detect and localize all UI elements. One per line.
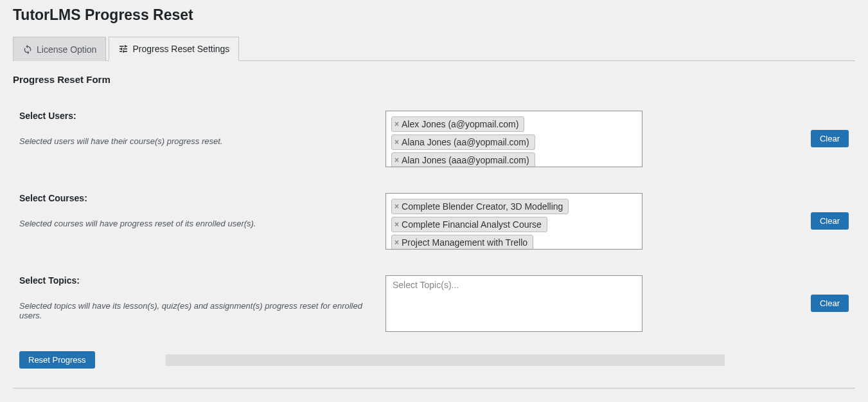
remove-tag-icon[interactable]: ×	[394, 156, 399, 165]
form-row-users: Select Users: Selected users will have t…	[13, 98, 855, 180]
topics-placeholder: Select Topic(s)...	[390, 279, 461, 291]
form-row-courses: Select Courses: Selected courses will ha…	[13, 180, 855, 262]
tag-label: Project Management with Trello	[402, 237, 527, 248]
tab-progress-reset-settings[interactable]: Progress Reset Settings	[109, 37, 239, 61]
remove-tag-icon[interactable]: ×	[394, 202, 399, 211]
page-title: TutorLMS Progress Reset	[13, 6, 855, 24]
remove-tag-icon[interactable]: ×	[394, 220, 399, 229]
topics-multiselect[interactable]: Select Topic(s)...	[385, 275, 642, 332]
form-row-topics: Select Topics: Selected topics will have…	[13, 262, 855, 345]
topics-label: Select Topics:	[19, 275, 373, 286]
reset-progress-button[interactable]: Reset Progress	[19, 351, 95, 369]
remove-tag-icon[interactable]: ×	[394, 138, 399, 147]
settings-icon	[118, 44, 128, 54]
users-desc: Selected users will have their course(s)…	[19, 136, 222, 146]
tag-label: Alan Jones (aaa@yopmail.com)	[402, 155, 529, 165]
user-tag: × Alan Jones (aaa@yopmail.com)	[391, 152, 535, 167]
clear-courses-button[interactable]: Clear	[811, 212, 849, 230]
topics-desc: Selected topics will have its lesson(s),…	[19, 301, 362, 320]
tab-label: License Option	[37, 44, 96, 55]
section-title: Progress Reset Form	[13, 74, 855, 85]
divider	[13, 388, 855, 388]
tag-label: Complete Blender Creator, 3D Modelling	[402, 201, 563, 212]
courses-label: Select Courses:	[19, 193, 373, 203]
course-tag: × Complete Financial Analyst Course	[391, 217, 547, 232]
tag-label: Alex Jones (a@yopmail.com)	[402, 119, 518, 129]
clear-topics-button[interactable]: Clear	[811, 295, 849, 312]
sync-icon	[22, 44, 33, 55]
remove-tag-icon[interactable]: ×	[394, 238, 399, 247]
user-tag: × Alana Jones (aa@yopmail.com)	[391, 134, 535, 150]
tab-license-option[interactable]: License Option	[13, 37, 106, 61]
course-tag: × Complete Blender Creator, 3D Modelling	[391, 199, 569, 214]
user-tag: × Alex Jones (a@yopmail.com)	[391, 116, 524, 132]
nav-tabs: License Option Progress Reset Settings	[13, 37, 855, 61]
tab-label: Progress Reset Settings	[132, 44, 229, 54]
users-multiselect[interactable]: × Alex Jones (a@yopmail.com) × Alana Jon…	[385, 111, 642, 167]
tag-label: Complete Financial Analyst Course	[402, 219, 542, 230]
remove-tag-icon[interactable]: ×	[394, 120, 399, 129]
courses-multiselect[interactable]: × Complete Blender Creator, 3D Modelling…	[385, 193, 642, 250]
users-label: Select Users:	[19, 111, 373, 121]
clear-users-button[interactable]: Clear	[811, 130, 849, 147]
tag-label: Alana Jones (aa@yopmail.com)	[402, 137, 529, 147]
course-tag: × Project Management with Trello	[391, 235, 533, 250]
progress-bar	[166, 354, 725, 366]
courses-desc: Selected courses will have progress rese…	[19, 219, 256, 228]
submit-row: Reset Progress	[13, 345, 855, 375]
